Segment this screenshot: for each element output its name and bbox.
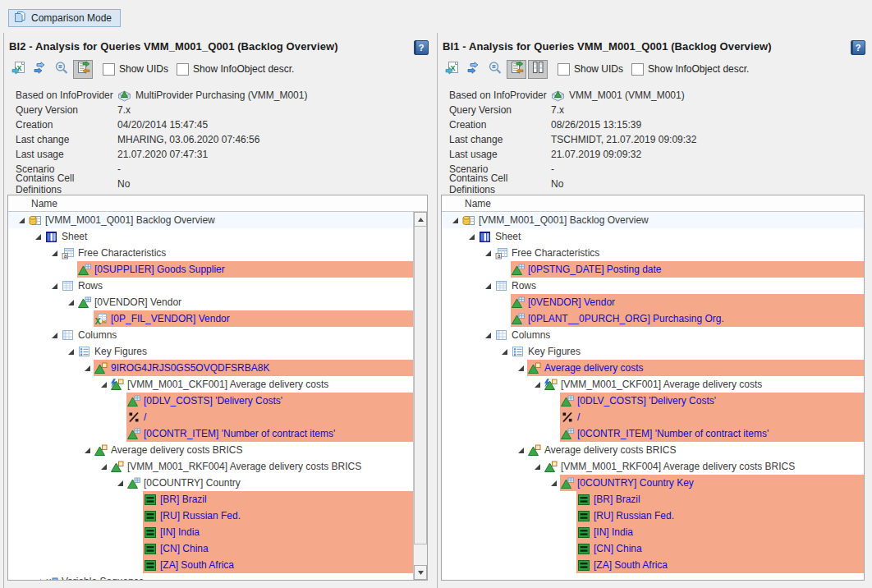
help-icon[interactable]: ? [851,40,865,55]
tree-row[interactable]: [0SUPPLIER] Goods Supplier [8,261,414,278]
expander-icon[interactable] [82,445,92,455]
expander-icon[interactable] [99,379,108,389]
expander-icon[interactable] [33,577,43,580]
show-infoobject-descr-checkbox[interactable] [177,63,189,76]
tree-row[interactable]: [IN] India [442,524,864,540]
expander-icon[interactable] [16,215,26,225]
expander-icon[interactable] [548,478,558,488]
show-uids-checkbox[interactable] [103,63,115,76]
tree-row[interactable]: [VMM_M001_RKF004] Average delivery costs… [442,458,864,475]
tree-row[interactable]: [CN] China [442,540,864,557]
tree-row[interactable]: [VMM_M001_RKF004] Average delivery costs… [8,458,414,475]
vertical-scrollbar[interactable] [413,212,427,580]
tree-row[interactable]: 9IROG4JRJS0GS5OVQDFSRBA8K [8,360,414,376]
tree-row[interactable]: Sheet [442,228,864,245]
show-uids-checkbox[interactable] [558,63,570,76]
tree-row[interactable]: [ZA] South Africa [442,557,864,573]
compare-button[interactable] [507,60,526,79]
expander-icon[interactable] [115,478,125,488]
tree-row[interactable]: [0DLV_COSTS] 'Delivery Costs' [8,393,414,409]
expander-icon[interactable] [49,330,59,340]
tree-row[interactable]: [RU] Russian Fed. [8,508,414,524]
tree-row[interactable]: Rows [442,278,864,294]
tree-row[interactable]: [0COUNTRY] Country Key [442,475,864,491]
tree-row[interactable]: Average delivery costs [442,360,864,376]
help-icon[interactable]: ? [414,40,429,55]
tree-row[interactable]: [0VENDOR] Vendor [8,294,414,310]
tree-row[interactable]: [BR] Brazil [442,491,864,508]
expander-icon[interactable] [82,363,92,373]
tree-row[interactable]: Average delivery costs BRICS [8,442,414,458]
expander-spacer [548,396,558,406]
tree-row[interactable]: [0DLV_COSTS] 'Delivery Costs' [442,393,864,409]
tree-row[interactable]: [VMM_M001_Q001] Backlog Overview [442,212,864,228]
comparison-mode-button[interactable]: Comparison Mode [8,9,121,27]
tree-row[interactable]: [0PSTNG_DATE] Posting date [442,261,864,278]
panel-toolbar: XShow UIDsShow InfoObject descr. [443,59,749,79]
tree-row[interactable]: [0PLANT__0PURCH_ORG] Purchasing Org. [442,310,864,327]
scroll-thumb[interactable] [414,226,427,544]
expander-icon[interactable] [466,232,476,241]
expander-icon[interactable] [516,445,525,455]
tree-row[interactable]: / [8,409,414,425]
expander-icon[interactable] [49,281,59,291]
expander-icon[interactable] [499,347,509,356]
tree-row[interactable]: Rows [8,278,414,294]
checkbox-group: Show InfoObject descr. [631,63,749,76]
property-value: No [117,178,130,190]
tree-row[interactable]: [0VENDOR] Vendor [442,294,864,310]
property-value: TSCHMIDT, 21.07.2019 09:09:32 [551,134,696,145]
tree-row[interactable]: [VMM_M001_CKF001] Average delivery costs [8,376,414,393]
transfer-button[interactable] [464,60,484,79]
tree-row[interactable]: [0COUNTRY] Country [8,475,414,491]
tree-row[interactable]: [VMM_M001_CKF001] Average delivery costs [442,376,864,393]
tree-row[interactable]: [0CONTR_ITEM] 'Number of contract items' [442,425,864,442]
zoom-button[interactable] [485,60,505,79]
property-value: 08/26/2015 13:15:39 [551,119,641,131]
tree-row[interactable]: [ZA] South Africa [8,557,414,573]
tree-row[interactable]: Key Figures [442,343,864,360]
expander-icon[interactable] [49,248,59,258]
tree-row[interactable]: XVariable Sequence [8,573,414,580]
tree-row[interactable]: X[0P_FIL_VENDOR] Vendor [8,310,414,327]
export-excel-button[interactable]: X [443,60,462,79]
expander-icon[interactable] [483,330,493,340]
scroll-up-button[interactable] [414,212,427,227]
expander-icon[interactable] [483,281,493,291]
export-excel-button[interactable]: X [9,60,29,79]
tree-row[interactable]: [IN] India [8,524,414,540]
tree-row[interactable]: aFree Characteristics [8,245,414,261]
scroll-down-button[interactable] [414,565,427,580]
tree-row[interactable]: Key Figures [8,343,414,360]
expander-spacer [565,544,575,554]
expander-icon[interactable] [532,462,542,471]
tree-row-content: [0COUNTRY] Country [126,475,414,491]
tree-row[interactable]: [VMM_M001_Q001] Backlog Overview [8,212,414,228]
tree-body: [VMM_M001_Q001] Backlog OverviewSheetaFr… [8,212,414,580]
tree-row[interactable]: [RU] Russian Fed. [442,508,864,524]
tree-row[interactable]: [CN] China [8,540,414,557]
tree-row-content: Columns [494,327,864,343]
tree-row[interactable]: / [442,409,864,425]
expander-icon[interactable] [66,347,76,356]
tree-row[interactable]: Average delivery costs BRICS [442,442,864,458]
expander-icon[interactable] [66,297,76,307]
expander-icon[interactable] [99,462,108,471]
tree-row[interactable]: Sheet [8,228,414,245]
layout-button[interactable] [528,60,548,79]
tree-row[interactable]: Columns [8,327,414,343]
expander-icon[interactable] [33,232,43,241]
expander-icon[interactable] [450,215,460,225]
zoom-icon [488,61,503,78]
tree-row[interactable]: Columns [442,327,864,343]
show-infoobject-descr-checkbox[interactable] [631,63,644,76]
expander-icon[interactable] [483,248,493,258]
tree-row[interactable]: aFree Characteristics [442,245,864,261]
tree-row[interactable]: [0CONTR_ITEM] 'Number of contract items' [8,425,414,442]
tree-row[interactable]: [BR] Brazil [8,491,414,508]
compare-button[interactable] [73,60,93,79]
expander-icon[interactable] [516,363,525,373]
expander-icon[interactable] [532,379,542,389]
transfer-button[interactable] [30,60,50,79]
zoom-button[interactable] [52,60,71,79]
